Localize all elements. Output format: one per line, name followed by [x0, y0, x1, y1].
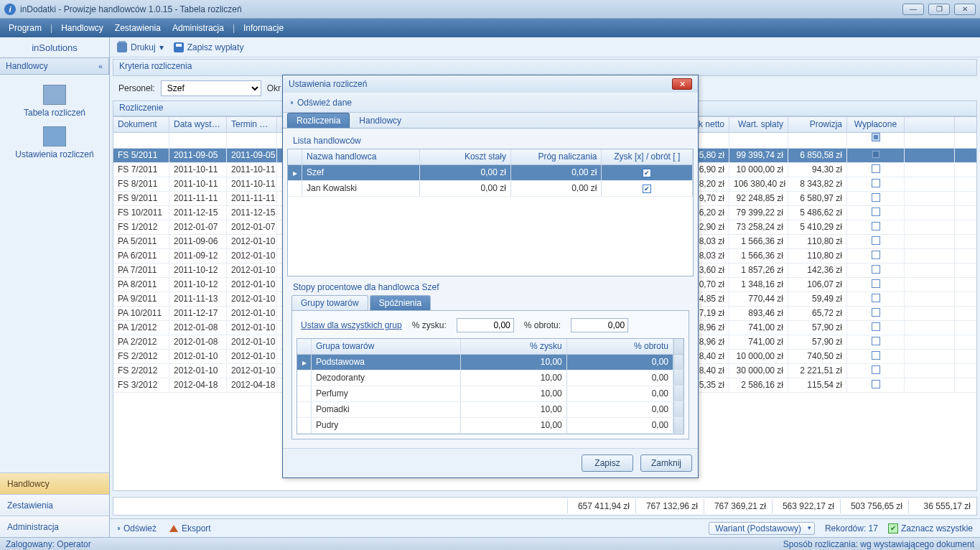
sidebar: inSolutions Handlowcy « Tabela rozliczeń… — [0, 37, 110, 537]
scrollbar[interactable] — [673, 339, 683, 354]
sidebar-header[interactable]: Handlowcy « — [0, 57, 109, 75]
dialog-tabs: Rozliczenia Handlowcy — [283, 113, 698, 129]
col-zysk-obrot[interactable]: Zysk [x] / obrót [ ] — [602, 149, 693, 164]
tab-rozliczenia[interactable]: Rozliczenia — [287, 113, 350, 128]
checkbox-icon[interactable] — [872, 308, 880, 317]
menu-handlowcy[interactable]: Handlowcy — [58, 22, 106, 34]
col-data-wyst[interactable]: Data wysta... — [169, 117, 227, 132]
totals-row: 657 411,94 zł 767 132,96 zł 767 369,21 z… — [113, 497, 977, 516]
subtab-grupy[interactable]: Grupy towarów — [291, 295, 368, 310]
table-icon — [43, 85, 66, 105]
menubar: Program| Handlowcy Zestawienia Administr… — [0, 19, 980, 37]
checkbox-icon[interactable] — [872, 337, 880, 345]
sidebar-collapse-icon[interactable]: « — [98, 62, 103, 70]
print-button[interactable]: Drukuj ▾ — [117, 42, 164, 52]
menu-program[interactable]: Program — [6, 22, 45, 34]
select-all-button[interactable]: ✔ Zaznacz wszystkie — [888, 523, 973, 533]
checkbox-icon[interactable] — [872, 164, 880, 173]
menu-zestawienia[interactable]: Zestawienia — [112, 22, 164, 34]
save-button[interactable]: Zapisz — [582, 455, 633, 472]
total-5: 503 756,65 zł — [840, 499, 908, 513]
col-prog[interactable]: Próg naliczania — [511, 149, 602, 164]
zysk-input[interactable] — [457, 318, 514, 332]
variant-dropdown[interactable]: Wariant (Podstawowy) — [709, 522, 815, 535]
settings-icon — [43, 126, 66, 146]
col-dokument[interactable]: Dokument — [113, 117, 169, 132]
close-dialog-button[interactable]: Zamknij — [640, 455, 692, 472]
traders-list-header: Lista handlowców — [287, 133, 694, 149]
checkbox-icon[interactable] — [872, 236, 880, 245]
sidebar-item-ustawienia-rozliczen[interactable]: Ustawienia rozliczeń — [0, 123, 109, 162]
checkbox-icon[interactable] — [872, 179, 880, 187]
sidebar-item-tabela-rozliczen[interactable]: Tabela rozliczeń — [0, 82, 109, 121]
sidebar-foot-administracja[interactable]: Administracja — [0, 516, 109, 537]
export-button[interactable]: Eksport — [169, 523, 211, 533]
status-right: Sposób rozliczania: wg wystawiającego do… — [783, 539, 974, 549]
total-1: 657 411,94 zł — [567, 499, 635, 513]
checkbox-icon[interactable]: ✔ — [643, 169, 651, 177]
minimize-button[interactable]: — — [902, 4, 924, 15]
statusbar: Zalogowany: Operator Sposób rozliczania:… — [0, 537, 980, 550]
criteria-header: Kryteria rozliczenia — [113, 59, 977, 76]
export-label: Eksport — [182, 523, 211, 533]
col-prowizja[interactable]: Prowizja — [788, 117, 847, 132]
group-row[interactable]: Pomadki10,000,00 — [297, 402, 683, 418]
col-grupa[interactable]: Grupa towarów — [312, 339, 461, 354]
subtab-spoznienia[interactable]: Spóźnienia — [370, 295, 431, 310]
checkbox-icon[interactable] — [872, 222, 880, 230]
dialog-refresh-button[interactable]: Odśwież dane — [297, 98, 352, 108]
obrot-input[interactable] — [571, 318, 628, 332]
checkbox-icon[interactable]: ✔ — [643, 185, 651, 193]
maximize-button[interactable]: ❐ — [928, 4, 950, 15]
menu-administracja[interactable]: Administracja — [169, 22, 227, 34]
checkbox-icon[interactable] — [872, 251, 880, 259]
group-row[interactable]: ▸Podstawowa10,000,00 — [297, 355, 683, 370]
col-wyplacone[interactable]: Wypłacone — [847, 117, 905, 132]
menu-informacje[interactable]: Informacje — [241, 22, 286, 34]
checkbox-icon[interactable] — [872, 365, 880, 374]
set-all-groups-link[interactable]: Ustaw dla wszystkich grup — [301, 320, 402, 330]
dialog-toolbar: Odśwież dane — [283, 93, 698, 113]
col-wart-splaty[interactable]: Wart. spłaty — [729, 117, 788, 132]
trader-row[interactable]: Jan Kowalski0,00 zł0,00 zł✔ — [288, 181, 693, 197]
stopy-header: Stopy procentowe dla handlowca Szef — [287, 276, 694, 295]
app-icon: i — [4, 4, 16, 15]
sidebar-foot-zestawienia[interactable]: Zestawienia — [0, 494, 109, 516]
sidebar-item-label: Ustawienia rozliczeń — [15, 149, 93, 159]
col-pc-obrotu[interactable]: % obrotu — [567, 339, 673, 354]
checkbox-icon[interactable] — [872, 150, 880, 159]
checkbox-header-icon[interactable] — [872, 133, 880, 141]
checkbox-icon[interactable] — [872, 294, 880, 302]
checkbox-icon[interactable] — [872, 208, 880, 216]
dialog-close-button[interactable]: ✕ — [672, 78, 692, 90]
checkbox-icon[interactable] — [872, 351, 880, 360]
group-row[interactable]: Pudry10,000,00 — [297, 418, 683, 434]
sidebar-foot-handlowcy[interactable]: Handlowcy — [0, 472, 109, 494]
refresh-icon — [290, 101, 293, 104]
col-termin[interactable]: Termin pł... — [227, 117, 277, 132]
checkbox-icon[interactable] — [872, 265, 880, 274]
group-row[interactable]: Perfumy10,000,00 — [297, 386, 683, 402]
records-count: Rekordów: 17 — [825, 523, 878, 533]
total-6: 36 555,17 zł — [908, 499, 976, 513]
save-payouts-button[interactable]: Zapisz wypłaty — [174, 42, 244, 52]
dialog-titlebar[interactable]: Ustawienia rozliczeń ✕ — [283, 75, 698, 93]
close-button[interactable]: ✕ — [954, 4, 976, 15]
dialog-title: Ustawienia rozliczeń — [289, 79, 367, 89]
tab-handlowcy[interactable]: Handlowcy — [350, 113, 411, 128]
group-row[interactable]: Dezodoranty10,000,00 — [297, 370, 683, 386]
checkbox-icon[interactable] — [872, 322, 880, 331]
col-nazwa[interactable]: Nazwa handlowca — [302, 149, 420, 164]
col-koszt[interactable]: Koszt stały — [420, 149, 511, 164]
checkbox-icon[interactable] — [872, 380, 880, 388]
refresh-button[interactable]: Odśwież — [117, 523, 157, 533]
personel-select[interactable]: Szef — [161, 80, 261, 96]
checkbox-icon[interactable] — [872, 279, 880, 288]
trader-row[interactable]: ▸Szef0,00 zł0,00 zł✔ — [288, 165, 693, 181]
sidebar-item-label: Tabela rozliczeń — [24, 108, 85, 118]
save-icon — [174, 42, 184, 52]
total-4: 563 922,17 zł — [772, 499, 840, 513]
checkbox-icon[interactable] — [872, 193, 880, 202]
personel-label: Personel: — [118, 83, 155, 93]
col-pc-zysku[interactable]: % zysku — [461, 339, 567, 354]
